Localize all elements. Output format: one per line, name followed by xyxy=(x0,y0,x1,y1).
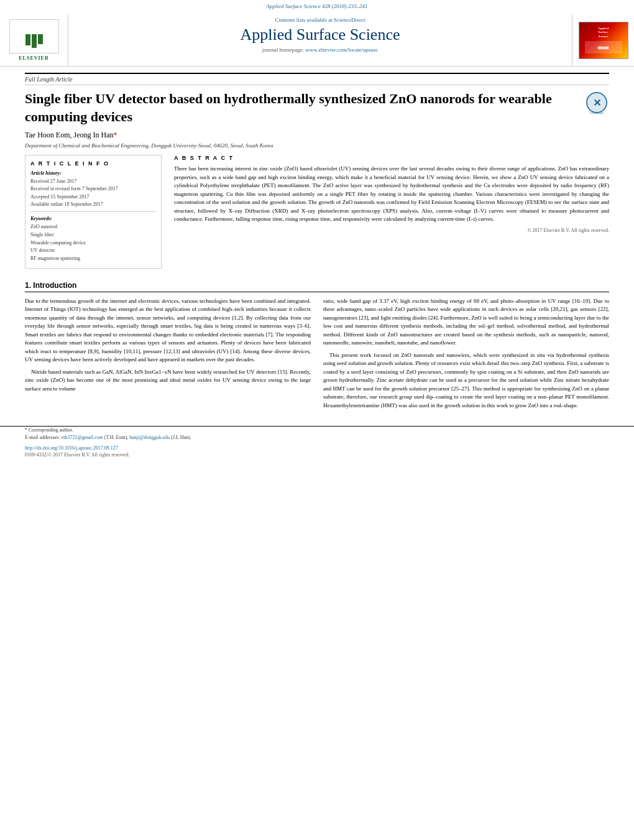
page: Applied Surface Science 428 (2018) 233–2… xyxy=(0,0,634,840)
doi-line: http://dx.doi.org/10.1016/j.apsusc.2017.… xyxy=(0,445,634,451)
abstract-text: There has been increasing interest in zi… xyxy=(174,165,609,224)
journal-title: Applied Surface Science xyxy=(240,25,400,44)
intro-para-1: Due to the tremendous growth of the inte… xyxy=(25,297,311,364)
sciencedirect-link[interactable]: ScienceDirect xyxy=(334,17,365,23)
info-divider xyxy=(30,211,156,212)
authors-line: Tae Hoon Eom, Jeong In Han* xyxy=(25,131,609,140)
svg-text:✕: ✕ xyxy=(593,98,601,108)
body-section: 1. Introduction xyxy=(0,281,634,292)
introduction-header: 1. Introduction xyxy=(25,281,609,292)
intro-para-3: ratio, wide band gap of 3.37 eV, high ex… xyxy=(323,297,609,348)
journal-citation: Applied Surface Science 428 (2018) 233–2… xyxy=(266,2,367,11)
accepted-date: Accepted 15 September 2017 xyxy=(30,193,156,200)
doi-link[interactable]: http://dx.doi.org/10.1016/j.apsusc.2017.… xyxy=(25,445,118,451)
keywords-label: Keywords: xyxy=(30,216,156,221)
keyword-1: ZnO nanorod xyxy=(30,223,156,231)
elsevier-stripes-icon xyxy=(25,34,43,48)
keyword-5: RF magnetron sputtering xyxy=(30,255,156,263)
svg-text:CrossMark: CrossMark xyxy=(590,111,604,114)
contents-link: Contents lists available at ScienceDirec… xyxy=(275,17,365,23)
intro-para-2: Nitride based materials such as GaN, AlG… xyxy=(25,368,311,394)
email-note: E-mail addresses: eth3721@gmail.com (T.H… xyxy=(25,434,609,441)
keywords-list: ZnO nanorod Single fiber Wearable comput… xyxy=(30,223,156,263)
journal-header: ELSEVIER Contents lists available at Sci… xyxy=(0,9,634,67)
article-info-column: A R T I C L E I N F O Article history: R… xyxy=(25,155,162,269)
article-type-label: Full Length Article xyxy=(25,73,609,85)
applied-surface-logo-image: AppliedSurfaceScience ▓▓▓▓▓▓ xyxy=(579,22,628,59)
intro-para-4: This present work focused on ZnO nanorod… xyxy=(323,351,609,410)
elsevier-logo-box xyxy=(9,19,59,53)
elsevier-text: ELSEVIER xyxy=(19,55,48,61)
journal-homepage: journal homepage: www.elsevier.com/locat… xyxy=(262,47,378,53)
abstract-column: A B S T R A C T There has been increasin… xyxy=(174,155,609,269)
article-content: Full Length Article Single fiber UV dete… xyxy=(0,67,634,281)
elsevier-logo-area: ELSEVIER xyxy=(0,14,68,66)
footer-area: * Corresponding author. E-mail addresses… xyxy=(0,426,634,458)
corresponding-author-note: * Corresponding author. xyxy=(25,427,609,434)
citation-bar: Applied Surface Science 428 (2018) 233–2… xyxy=(0,0,634,9)
footnotes: * Corresponding author. E-mail addresses… xyxy=(0,426,634,441)
received-revised-date: Received in revised form 7 September 201… xyxy=(30,185,156,192)
homepage-link[interactable]: www.elsevier.com/locate/apsusc xyxy=(305,47,378,53)
available-date: Available online 18 September 2017 xyxy=(30,201,156,208)
body-left-col: Due to the tremendous growth of the inte… xyxy=(25,297,311,414)
received-date: Received 27 June 2017 xyxy=(30,178,156,185)
journal-right-logo: AppliedSurfaceScience ▓▓▓▓▓▓ xyxy=(572,14,634,66)
abstract-title: A B S T R A C T xyxy=(174,155,609,161)
issn-line: 0169-4332/© 2017 Elsevier B.V. All right… xyxy=(0,452,634,458)
info-abstract-columns: A R T I C L E I N F O Article history: R… xyxy=(25,155,609,269)
crossmark-icon: ✕ CrossMark xyxy=(584,90,609,115)
article-info-title: A R T I C L E I N F O xyxy=(30,160,156,167)
body-two-columns: Due to the tremendous growth of the inte… xyxy=(0,297,634,414)
keyword-4: UV detector xyxy=(30,247,156,255)
email-2-link[interactable]: hanji@dongguk.edu xyxy=(129,435,170,440)
article-info-box: A R T I C L E I N F O Article history: R… xyxy=(25,155,162,269)
keyword-2: Single fiber xyxy=(30,231,156,239)
article-title-section: Single fiber UV detector based on hydrot… xyxy=(25,90,609,126)
keyword-3: Wearable computing device xyxy=(30,239,156,247)
email-1-link[interactable]: eth3721@gmail.com xyxy=(62,435,103,440)
article-history-label: Article history: xyxy=(30,170,156,176)
article-title: Single fiber UV detector based on hydrot… xyxy=(25,90,575,126)
journal-center: Contents lists available at ScienceDirec… xyxy=(68,14,572,66)
copyright-line: © 2017 Elsevier B.V. All rights reserved… xyxy=(174,228,609,233)
affiliation-line: Department of Chemical and Biochemical E… xyxy=(25,142,609,149)
body-right-col: ratio, wide band gap of 3.37 eV, high ex… xyxy=(323,297,609,414)
